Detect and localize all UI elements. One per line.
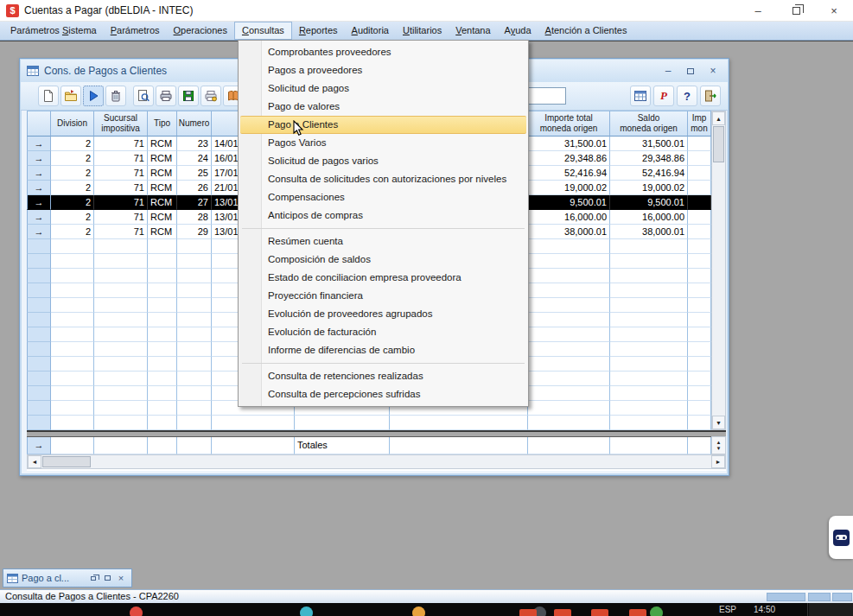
- row-selector[interactable]: [27, 372, 51, 386]
- row-selector[interactable]: [27, 254, 51, 269]
- menubar-item[interactable]: Atención a Clientes: [538, 22, 634, 40]
- menubar-item[interactable]: Reportes: [292, 22, 345, 40]
- row-selector[interactable]: [27, 298, 51, 313]
- clock[interactable]: 14:50: [754, 605, 775, 614]
- close-button[interactable]: ×: [815, 0, 853, 22]
- row-selector[interactable]: →: [27, 195, 51, 210]
- row-selector[interactable]: [27, 239, 51, 254]
- menubar-item[interactable]: Consultas: [234, 22, 292, 40]
- row-selector[interactable]: [27, 386, 51, 401]
- row-selector[interactable]: [27, 269, 51, 283]
- preview-button[interactable]: [133, 86, 154, 106]
- scroll-down-icon[interactable]: ▼: [712, 416, 725, 429]
- row-selector[interactable]: [27, 327, 51, 342]
- taskbar-app-icon[interactable]: [300, 606, 313, 616]
- column-header[interactable]: Saldomoneda origen: [610, 111, 688, 137]
- column-header[interactable]: [27, 111, 51, 137]
- help-button[interactable]: ?: [677, 86, 697, 106]
- minimized-window-pago[interactable]: Pago a cl... ×: [3, 568, 132, 587]
- row-selector[interactable]: →: [27, 137, 51, 151]
- child-close-button[interactable]: ×: [703, 64, 723, 78]
- menu-item[interactable]: Pago a Clientes: [240, 116, 526, 134]
- row-selector[interactable]: →: [27, 210, 51, 225]
- menu-item[interactable]: Anticipos de compras: [239, 206, 528, 225]
- scroll-right-icon[interactable]: ►: [711, 455, 725, 468]
- menu-item[interactable]: Proyección financiera: [239, 287, 528, 305]
- row-selector[interactable]: →: [27, 225, 51, 239]
- child-minimize-button[interactable]: –: [659, 64, 678, 78]
- spinner-down-icon[interactable]: ▼: [716, 446, 722, 452]
- min-maximize-button[interactable]: [100, 572, 114, 584]
- menu-item[interactable]: Consulta de solicitudes con autorizacion…: [239, 170, 528, 188]
- min-restore-button[interactable]: [86, 572, 100, 584]
- delete-record-button[interactable]: [105, 86, 126, 106]
- horizontal-scrollbar[interactable]: ◄ ►: [27, 454, 726, 469]
- menubar-item[interactable]: Ayuda: [498, 22, 538, 40]
- menubar-item[interactable]: Ventana: [449, 22, 497, 40]
- menu-item[interactable]: Composición de saldos: [239, 251, 528, 269]
- row-selector[interactable]: [27, 416, 51, 430]
- spinner-up-icon[interactable]: ▲: [716, 440, 722, 446]
- row-selector[interactable]: →: [27, 151, 51, 166]
- print-button[interactable]: [156, 86, 176, 106]
- column-header[interactable]: Importe totalmoneda origen: [528, 111, 610, 137]
- menu-item[interactable]: Consulta de percepciones sufridas: [239, 385, 528, 403]
- row-selector[interactable]: [27, 283, 51, 298]
- taskbar-window-icon[interactable]: [519, 609, 537, 616]
- row-selector[interactable]: →: [27, 181, 51, 195]
- table-row[interactable]: →Totales: [27, 437, 726, 454]
- print-setup-button[interactable]: [201, 86, 221, 106]
- vertical-scroll-thumb[interactable]: [713, 126, 724, 162]
- menubar-item[interactable]: Utilitarios: [396, 22, 449, 40]
- menu-item[interactable]: Pagos a proveedores: [239, 61, 528, 79]
- scroll-up-icon[interactable]: ▲: [712, 111, 725, 125]
- table-row[interactable]: [27, 416, 726, 430]
- row-selector[interactable]: [27, 342, 51, 357]
- menu-item[interactable]: Evolución de facturación: [239, 323, 528, 341]
- column-header[interactable]: Numero: [177, 111, 212, 137]
- taskbar-app-icon[interactable]: [650, 606, 663, 616]
- menubar-item[interactable]: Operaciones: [167, 22, 234, 40]
- save-button[interactable]: [178, 86, 199, 106]
- menu-item[interactable]: Consulta de retenciones realizadas: [239, 367, 528, 385]
- process-button[interactable]: P: [653, 86, 674, 106]
- menu-item[interactable]: Estado de conciliacion empresa proveedor…: [239, 269, 528, 287]
- menu-item[interactable]: Solicitud de pagos: [239, 79, 528, 98]
- totals-spinner[interactable]: ▲ ▼: [711, 436, 726, 454]
- table-view-button[interactable]: [630, 86, 651, 106]
- menu-item[interactable]: Resúmen cuenta: [239, 232, 528, 251]
- minimize-button[interactable]: –: [739, 0, 777, 22]
- menubar-item[interactable]: Parámetros: [104, 22, 167, 40]
- taskbar-window-icon[interactable]: [591, 609, 608, 616]
- row-selector[interactable]: [27, 313, 51, 327]
- exit-button[interactable]: [700, 86, 721, 106]
- row-selector[interactable]: [27, 357, 51, 372]
- menu-item[interactable]: Compensaciones: [239, 188, 528, 206]
- show-desktop-button[interactable]: [809, 603, 853, 616]
- taskbar-window-icon[interactable]: [554, 609, 571, 616]
- min-close-button[interactable]: ×: [114, 572, 128, 584]
- menubar-item[interactable]: Parámetros Sistema: [3, 22, 104, 40]
- new-record-button[interactable]: [38, 86, 59, 106]
- menu-item[interactable]: Evolución de proveedores agrupados: [239, 305, 528, 323]
- open-record-button[interactable]: [60, 86, 81, 106]
- menu-item[interactable]: Pagos Varios: [239, 134, 528, 152]
- scroll-left-icon[interactable]: ◄: [28, 455, 41, 468]
- row-selector[interactable]: →: [27, 437, 51, 454]
- child-maximize-button[interactable]: [681, 64, 700, 78]
- menu-item[interactable]: Informe de diferencias de cambio: [239, 341, 528, 359]
- run-query-button[interactable]: [83, 86, 104, 106]
- menubar-item[interactable]: Auditoria: [345, 22, 396, 40]
- language-indicator[interactable]: ESP: [719, 605, 736, 614]
- menu-item[interactable]: Comprobantes proveedores: [239, 43, 528, 61]
- restore-button[interactable]: [777, 0, 815, 22]
- vertical-scrollbar[interactable]: ▲ ▼: [711, 111, 726, 430]
- row-selector[interactable]: [27, 401, 51, 416]
- menu-item[interactable]: Pago de valores: [239, 98, 528, 116]
- column-header[interactable]: Sucursalimpositiva: [94, 111, 148, 137]
- column-header[interactable]: Tipo: [148, 111, 177, 137]
- remote-support-tab[interactable]: [829, 516, 853, 559]
- grid-splitter[interactable]: [27, 430, 726, 437]
- menu-item[interactable]: Solicitud de pagos varios: [239, 152, 528, 170]
- row-selector[interactable]: →: [27, 166, 51, 181]
